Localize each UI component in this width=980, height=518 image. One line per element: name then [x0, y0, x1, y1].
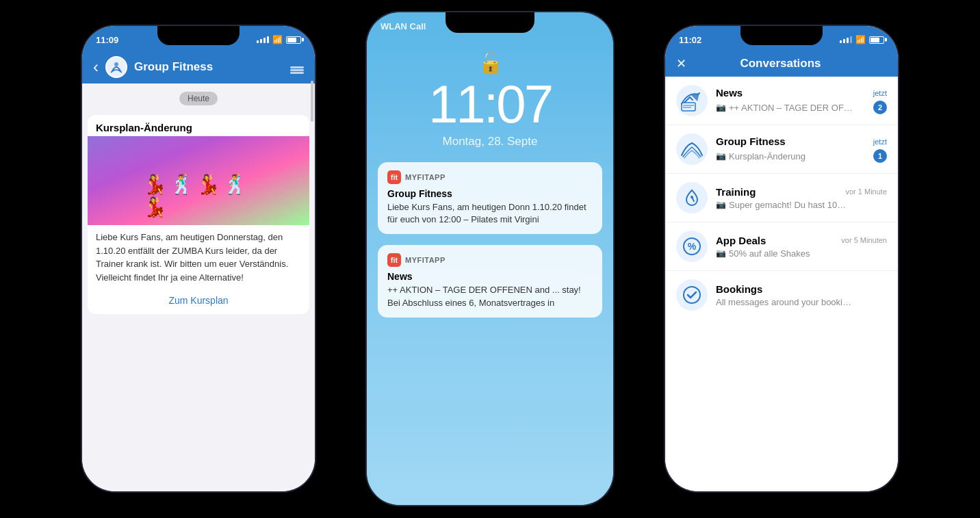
notification-1: fit MYFITAPP Group Fitness Liebe Kurs Fa… — [378, 162, 602, 234]
gf-badge: 1 — [873, 149, 887, 163]
training-icon — [676, 182, 708, 213]
gf-name: Group Fitness — [716, 135, 786, 147]
lock-icon: 🔓 — [478, 51, 503, 75]
deals-preview: 📷 50% auf alle Shakes — [716, 248, 887, 259]
zum-kursplan-link[interactable]: Zum Kursplan — [88, 289, 309, 314]
signal-bars-left — [257, 36, 269, 43]
news-badge: 2 — [873, 101, 887, 114]
camera-icon-gf: 📷 — [716, 151, 726, 161]
training-time: vor 1 Minute — [845, 187, 887, 196]
app-icon-1: fit — [387, 170, 401, 184]
conversation-news[interactable]: News jetzt 📷 ++ AKTION – TAGE DER OF… 2 — [665, 77, 898, 125]
message-body: Liebe Kurs Fans, am heutigen Donnerstag,… — [88, 225, 309, 289]
phone-right: 11:02 📶 ✕ Conversations — [665, 26, 898, 491]
chat-area: Heute Kursplan-Änderung Liebe Kurs Fans,… — [82, 83, 315, 491]
deals-preview-row: 📷 50% auf alle Shakes — [716, 248, 887, 259]
lock-date: Montag, 28. Septe — [443, 135, 538, 148]
training-preview: 📷 Super gemacht! Du hast 10… — [716, 200, 887, 210]
fitness-image — [88, 136, 309, 225]
status-time-left: 11:09 — [96, 35, 118, 45]
camera-icon-training: 📷 — [716, 200, 726, 209]
notif-header-2: fit MYFITAPP — [387, 253, 593, 267]
app-name-1: MYFITAPP — [405, 173, 446, 181]
gf-preview-row: 📷 Kursplan-Änderung 1 — [716, 149, 887, 163]
svg-point-2 — [676, 85, 708, 116]
conversations-list: News jetzt 📷 ++ AKTION – TAGE DER OF… 2 — [665, 77, 898, 491]
training-preview-row: 📷 Super gemacht! Du hast 10… — [716, 200, 887, 210]
phone-right-inner: 11:02 📶 ✕ Conversations — [665, 26, 898, 491]
svg-point-7 — [676, 133, 708, 165]
news-preview: 📷 ++ AKTION – TAGE DER OF… — [716, 103, 868, 113]
news-time: jetzt — [873, 89, 887, 97]
svg-point-13 — [676, 279, 708, 311]
deals-name-row: App Deals vor 5 Minuten — [716, 235, 887, 246]
notch-right — [740, 26, 823, 45]
gf-preview: 📷 Kursplan-Änderung — [716, 151, 868, 161]
phone-center: WLAN Call 🔓 11:07 Montag, 28. Septe fit … — [367, 12, 613, 505]
news-name: News — [716, 87, 743, 99]
group-fitness-icon — [676, 133, 708, 165]
app-deals-icon: % — [676, 231, 708, 262]
conversation-bookings[interactable]: Bookings All messages around your booki… — [665, 271, 898, 319]
status-text-center: WLAN Call — [381, 21, 426, 31]
battery-left — [286, 36, 301, 44]
bookings-name: Bookings — [716, 283, 762, 295]
message-title: Kursplan-Änderung — [88, 115, 309, 136]
gf-name-row: Group Fitness jetzt — [716, 135, 887, 147]
gf-time: jetzt — [873, 138, 887, 146]
close-button[interactable]: ✕ — [676, 56, 686, 71]
app-deals-content: App Deals vor 5 Minuten 📷 50% auf alle S… — [716, 235, 887, 259]
app-name-2: MYFITAPP — [405, 256, 446, 264]
notification-2: fit MYFITAPP News ++ AKTION – TAGE DER O… — [378, 245, 602, 317]
battery-right — [869, 36, 884, 44]
app-icon-2: fit — [387, 253, 401, 267]
signal-bars-right — [840, 36, 852, 43]
camera-icon-deals: 📷 — [716, 248, 726, 258]
conversations-header: ✕ Conversations — [665, 51, 898, 77]
svg-point-1 — [114, 62, 118, 66]
bookings-preview-row: All messages around your booki… — [716, 297, 887, 307]
bookings-icon — [676, 279, 708, 311]
nav-title-left: Group Fitness — [134, 60, 283, 74]
deals-time: vor 5 Minuten — [841, 236, 887, 244]
phone-left-inner: 11:09 📶 ‹ — [82, 26, 315, 491]
group-fitness-content: Group Fitness jetzt 📷 Kursplan-Änderung … — [716, 135, 887, 163]
notch-left — [157, 26, 240, 45]
notif-title-2: News — [387, 271, 593, 282]
svg-point-9 — [691, 196, 693, 198]
conversation-app-deals[interactable]: % App Deals vor 5 Minuten 📷 50% auf alle… — [665, 222, 898, 271]
bookings-preview: All messages around your booki… — [716, 297, 887, 307]
notch-center — [446, 12, 534, 33]
back-button-left[interactable]: ‹ — [93, 57, 99, 77]
lock-screen: 🔓 11:07 Montag, 28. Septe fit MYFITAPP G… — [367, 37, 613, 505]
notif-body-1: Liebe Kurs Fans, am heutigen Donn 1.10.2… — [387, 201, 593, 226]
menu-dots[interactable] — [290, 66, 304, 68]
training-name: Training — [716, 186, 756, 198]
training-content: Training vor 1 Minute 📷 Super gemacht! D… — [716, 186, 887, 210]
wifi-right: 📶 — [855, 35, 866, 44]
camera-icon-news: 📷 — [716, 103, 726, 112]
notif-body-2: ++ AKTION – TAGE DER OFFENEN and ... sta… — [387, 284, 593, 309]
lock-time: 11:07 — [428, 77, 552, 131]
training-name-row: Training vor 1 Minute — [716, 186, 887, 198]
bookings-content: Bookings All messages around your booki… — [716, 283, 887, 307]
deals-name: App Deals — [716, 235, 766, 246]
phones-container: 11:09 📶 ‹ — [0, 0, 980, 518]
conversation-group-fitness[interactable]: Group Fitness jetzt 📷 Kursplan-Änderung … — [665, 125, 898, 174]
date-badge: Heute — [179, 92, 218, 104]
svg-text:%: % — [688, 241, 697, 252]
news-name-row: News jetzt — [716, 87, 887, 99]
phone-center-inner: WLAN Call 🔓 11:07 Montag, 28. Septe fit … — [367, 12, 613, 505]
nav-bar-left: ‹ Group Fitness — [82, 51, 315, 83]
scroll-indicator[interactable] — [311, 83, 313, 122]
group-fitness-avatar — [105, 56, 127, 78]
phone-left: 11:09 📶 ‹ — [82, 26, 315, 491]
news-preview-row: 📷 ++ AKTION – TAGE DER OF… 2 — [716, 101, 887, 114]
conversation-training[interactable]: Training vor 1 Minute 📷 Super gemacht! D… — [665, 174, 898, 222]
wifi-left: 📶 — [272, 35, 283, 44]
news-icon — [676, 85, 708, 116]
notif-title-1: Group Fitness — [387, 188, 593, 199]
bookings-name-row: Bookings — [716, 283, 887, 295]
news-content: News jetzt 📷 ++ AKTION – TAGE DER OF… 2 — [716, 87, 887, 114]
conversations-title: Conversations — [686, 57, 875, 70]
